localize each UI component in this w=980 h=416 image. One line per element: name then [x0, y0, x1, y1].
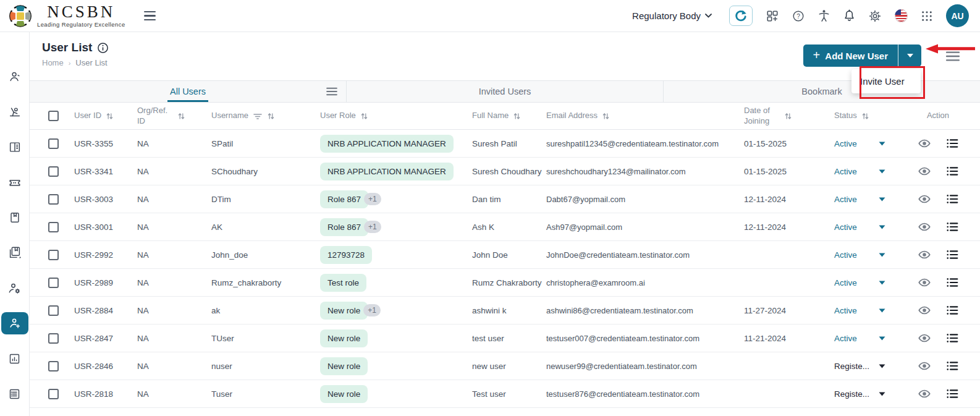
hamburger-menu-icon[interactable] — [142, 9, 158, 23]
row-menu-icon[interactable] — [947, 278, 958, 287]
sort-icon[interactable] — [360, 112, 368, 121]
row-checkbox[interactable] — [48, 305, 59, 316]
row-checkbox[interactable] — [48, 166, 59, 177]
status-dropdown[interactable]: Active — [834, 223, 885, 232]
archive-icon[interactable] — [1, 136, 28, 158]
tab-bookmark[interactable]: Bookmark — [663, 81, 980, 102]
accessibility-button[interactable] — [818, 9, 830, 22]
row-menu-icon[interactable] — [947, 222, 958, 232]
row-menu-icon[interactable] — [947, 389, 958, 399]
row-checkbox[interactable] — [48, 361, 59, 371]
column-header-user-role[interactable]: User Role — [320, 111, 356, 121]
sort-icon[interactable] — [861, 112, 869, 121]
column-header-org-ref-id[interactable]: Org/Ref. ID — [137, 106, 173, 126]
row-checkbox[interactable] — [48, 222, 59, 232]
row-checkbox[interactable] — [48, 389, 59, 399]
view-eye-icon[interactable] — [918, 333, 931, 343]
status-dropdown[interactable]: Registe... — [834, 362, 885, 371]
status-dropdown[interactable]: Active — [834, 334, 885, 343]
status-dropdown[interactable]: Active — [834, 195, 885, 204]
tab-list-icon[interactable] — [326, 87, 337, 96]
sort-icon[interactable] — [513, 112, 521, 121]
view-eye-icon[interactable] — [918, 250, 931, 260]
row-checkbox[interactable] — [48, 194, 59, 205]
us-flag-icon[interactable] — [895, 9, 908, 22]
main-content: User List Home › User List + Add New Use… — [30, 32, 980, 416]
status-dropdown[interactable]: Active — [834, 250, 885, 260]
sort-icon[interactable] — [784, 112, 792, 121]
row-menu-icon[interactable] — [947, 194, 958, 204]
settings-button[interactable] — [869, 10, 881, 22]
view-eye-icon[interactable] — [918, 138, 931, 148]
column-header-username[interactable]: Username — [211, 111, 248, 121]
apps-menu-button[interactable] — [921, 11, 932, 22]
refresh-button[interactable] — [729, 6, 753, 26]
person-desk-icon[interactable] — [1, 101, 28, 123]
ticket-icon[interactable] — [1, 171, 28, 193]
column-header-user-id[interactable]: User ID — [74, 111, 101, 121]
view-eye-icon[interactable] — [918, 389, 931, 399]
breadcrumb-home[interactable]: Home — [42, 58, 64, 67]
view-eye-icon[interactable] — [918, 166, 931, 176]
row-checkbox[interactable] — [48, 138, 59, 149]
help-button[interactable]: ? — [792, 10, 805, 22]
view-eye-icon[interactable] — [918, 222, 931, 232]
add-new-user-button[interactable]: + Add New User — [803, 45, 921, 67]
cell-action — [908, 361, 976, 371]
notifications-button[interactable] — [843, 9, 855, 22]
menu-item-invite-user[interactable]: Invite User — [860, 76, 921, 87]
status-dropdown[interactable]: Active — [834, 278, 885, 287]
row-menu-icon[interactable] — [947, 305, 958, 315]
sort-icon[interactable] — [106, 112, 114, 121]
org-selector-dropdown[interactable]: Regulatory Body — [632, 11, 712, 21]
table-row: USR-2847NATUserNew roletest usertestuser… — [30, 325, 980, 352]
status-dropdown[interactable]: Active — [834, 306, 885, 315]
row-menu-icon[interactable] — [947, 361, 958, 371]
row-menu-icon[interactable] — [947, 138, 958, 148]
row-menu-icon[interactable] — [947, 250, 958, 260]
cell-user-id: USR-3003 — [69, 195, 130, 204]
view-eye-icon[interactable] — [918, 361, 931, 371]
sort-icon[interactable] — [602, 112, 610, 121]
tab-all-users[interactable]: All Users — [30, 81, 346, 102]
filter-icon[interactable] — [253, 112, 263, 121]
sort-icon[interactable] — [267, 112, 275, 121]
user-plus-icon[interactable] — [1, 312, 28, 334]
chart-icon[interactable] — [1, 347, 28, 370]
row-menu-icon[interactable] — [947, 333, 958, 343]
tab-invited-users[interactable]: Invited Users — [346, 81, 663, 102]
user-settings-icon[interactable] — [1, 277, 28, 299]
cell-org-ref-id: NA — [130, 389, 205, 399]
info-icon[interactable] — [97, 42, 109, 54]
column-header-full-name[interactable]: Full Name — [472, 111, 509, 121]
role-extra-badge[interactable]: +1 — [364, 193, 381, 205]
add-user-dropdown-toggle[interactable] — [898, 45, 921, 67]
cell-status: Registe... — [822, 389, 908, 399]
column-header-date-of-joining[interactable]: Date of Joining — [744, 106, 780, 126]
row-checkbox[interactable] — [48, 278, 59, 288]
status-dropdown[interactable]: Registe... — [834, 389, 885, 399]
status-dropdown[interactable]: Active — [834, 139, 885, 148]
status-dropdown[interactable]: Active — [834, 167, 885, 176]
users-icon[interactable] — [1, 66, 28, 88]
ncsbn-logo[interactable]: NCSBN Leading Regulatory Excellence — [9, 4, 125, 28]
table-row: USR-3001NAAKRole 867+1Ash KAsh97@yopmail… — [30, 213, 980, 241]
report-icon[interactable] — [1, 383, 28, 405]
select-all-checkbox[interactable] — [48, 111, 59, 121]
view-eye-icon[interactable] — [918, 305, 931, 315]
user-avatar[interactable]: AU — [946, 4, 969, 27]
row-menu-icon[interactable] — [947, 166, 958, 176]
column-settings-button[interactable] — [945, 51, 960, 62]
library-icon[interactable] — [1, 242, 28, 264]
column-header-status[interactable]: Status — [834, 111, 857, 121]
sort-icon[interactable] — [177, 112, 185, 121]
row-checkbox[interactable] — [48, 250, 59, 260]
role-extra-badge[interactable]: +1 — [364, 221, 381, 233]
bookmark-icon[interactable] — [1, 206, 28, 229]
grid-plus-button[interactable] — [766, 10, 779, 22]
view-eye-icon[interactable] — [918, 194, 931, 204]
view-eye-icon[interactable] — [918, 278, 931, 287]
row-checkbox[interactable] — [48, 333, 59, 344]
column-header-email[interactable]: Email Address — [546, 111, 598, 121]
role-extra-badge[interactable]: +1 — [363, 304, 381, 316]
